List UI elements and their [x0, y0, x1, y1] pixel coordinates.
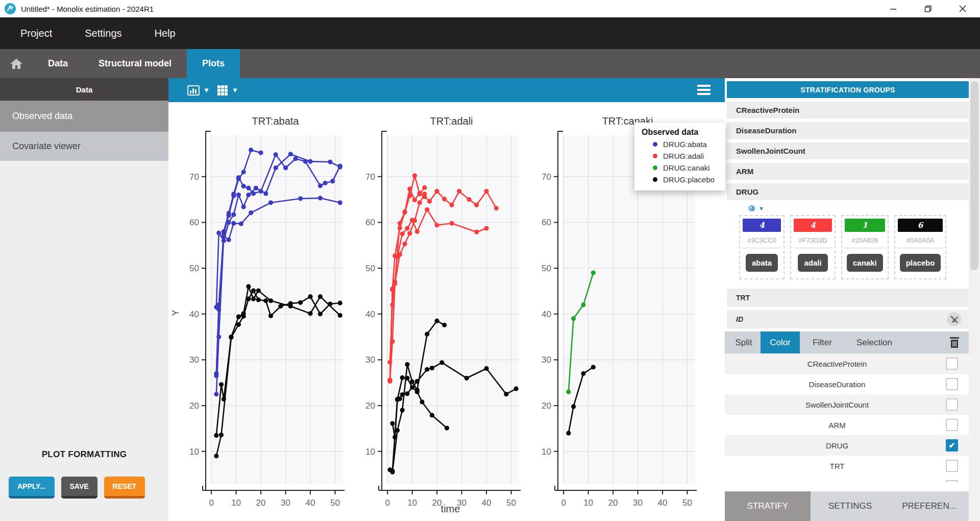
checkbox-row-diseaseduration[interactable]: DiseaseDuration — [725, 374, 969, 394]
stratify-checkbox-list: CReactiveProteinDiseaseDurationSwollenJo… — [725, 353, 969, 483]
group-row-id[interactable]: ID — [727, 310, 969, 328]
mode-tab-color[interactable]: Color — [761, 331, 800, 353]
stratification-groups: CReactiveProteinDiseaseDurationSwollenJo… — [725, 102, 969, 200]
checkbox-partial[interactable] — [946, 480, 958, 483]
checkbox-row-drug[interactable]: DRUG✔ — [725, 435, 969, 456]
plot-menu-icon[interactable] — [697, 85, 710, 95]
drug-category-card-adali: 4#F73D3Dadali — [790, 215, 836, 279]
svg-text:60: 60 — [189, 218, 199, 227]
legend-items: DRUG:abataDRUG:adaliDRUG:canakiDRUG:plac… — [642, 140, 725, 184]
home-tab[interactable] — [0, 49, 33, 78]
drug-category-card-placebo: 6#0A0A0Aplacebo — [894, 215, 947, 279]
chevron-down-icon: ▼ — [203, 86, 210, 94]
stratification-panel: STRATIFICATION GROUPS CReactiveProteinDi… — [725, 78, 969, 521]
group-row-drug[interactable]: DRUG — [727, 183, 969, 200]
mode-tab-selection[interactable]: Selection — [845, 331, 904, 353]
tab-data[interactable]: Data — [33, 49, 83, 78]
svg-text:70: 70 — [189, 172, 199, 182]
reset-button[interactable]: RESET — [104, 477, 145, 499]
subplot-title: TRT:adali — [430, 115, 473, 127]
plot-formatting-title: PLOT FORMATTING — [0, 449, 168, 460]
apply-button[interactable]: APPLY... — [9, 477, 55, 499]
category-color-swatch[interactable]: 4 — [743, 219, 781, 232]
legend-item-drug-placebo: DRUG:placebo — [642, 175, 725, 184]
chart-type-selector[interactable]: ▼ — [187, 85, 210, 96]
category-color-swatch[interactable]: 4 — [794, 219, 832, 232]
tab-structural-model[interactable]: Structural model — [83, 49, 187, 78]
svg-text:10: 10 — [189, 447, 199, 457]
chevron-down-icon: ▼ — [758, 205, 764, 211]
vertical-scrollbar[interactable] — [969, 78, 980, 521]
checkbox-row-arm[interactable]: ARM — [725, 415, 969, 435]
group-row-arm[interactable]: ARM — [727, 163, 969, 180]
subplot-title: TRT:abata — [252, 115, 300, 127]
svg-text:10: 10 — [407, 498, 417, 508]
trash-icon[interactable] — [949, 337, 960, 348]
menu-bar: ProjectSettingsHelp — [0, 17, 980, 49]
main-tab-bar: DataStructural modelPlots — [0, 49, 980, 78]
monolix-logo-icon — [4, 3, 16, 15]
save-button[interactable]: SAVE — [61, 477, 97, 499]
legend-item-drug-abata: DRUG:abata — [642, 140, 725, 149]
svg-text:50: 50 — [682, 498, 692, 508]
svg-text:20: 20 — [608, 498, 618, 508]
checkbox-creactiveprotein[interactable] — [946, 358, 958, 370]
category-button-canaki[interactable]: canaki — [847, 254, 883, 272]
svg-text:20: 20 — [189, 401, 199, 411]
checkbox-row-trt[interactable]: TRT — [725, 456, 969, 476]
category-button-placebo[interactable]: placebo — [900, 254, 941, 272]
group-row-trt[interactable]: TRT — [727, 289, 969, 307]
category-button-adali[interactable]: adali — [798, 254, 827, 272]
checkbox-row-creactiveprotein[interactable]: CReactiveProtein — [725, 353, 969, 374]
left-panel: Data Observed dataCovariate viewer PLOT … — [0, 78, 168, 521]
category-hex-code: #0A0A0A — [898, 232, 943, 248]
window-controls — [876, 0, 980, 17]
checkbox-drug[interactable]: ✔ — [946, 439, 958, 452]
tab-plots[interactable]: Plots — [187, 49, 240, 78]
checkbox-diseaseduration[interactable] — [946, 378, 958, 390]
checkbox-swollenjointcount[interactable] — [946, 398, 958, 411]
chevron-down-icon: ▼ — [232, 86, 238, 94]
mode-tab-split[interactable]: Split — [727, 331, 761, 353]
checkbox-trt[interactable] — [946, 460, 958, 472]
category-color-swatch[interactable]: 1 — [845, 219, 885, 232]
title-bar: Untitled* - Monolix estimation - 2024R1 — [0, 0, 980, 17]
settings-button[interactable]: SETTINGS — [811, 491, 890, 521]
layout-grid-selector[interactable]: ▼ — [217, 85, 238, 96]
group-row-creactiveprotein[interactable]: CReactiveProtein — [727, 102, 969, 119]
svg-text:50: 50 — [542, 264, 551, 273]
palette-selector[interactable]: ▼ — [748, 205, 969, 212]
charts-area: 1020304050607001020304050TRT:abataY10203… — [168, 107, 697, 516]
no-edit-icon[interactable] — [946, 312, 962, 327]
svg-text:40: 40 — [306, 498, 315, 508]
close-button[interactable] — [945, 0, 980, 17]
legend-label: DRUG:abata — [663, 140, 707, 149]
minimize-button[interactable] — [876, 0, 911, 17]
mode-tab-filter[interactable]: Filter — [800, 331, 845, 353]
sidebar-item-observed-data[interactable]: Observed data — [0, 101, 168, 132]
svg-text:70: 70 — [365, 172, 375, 182]
legend-dot — [653, 154, 657, 158]
svg-text:10: 10 — [583, 498, 593, 508]
svg-text:40: 40 — [542, 310, 551, 319]
menu-settings[interactable]: Settings — [85, 28, 121, 39]
svg-text:0: 0 — [385, 498, 389, 508]
group-row-swollenjointcount[interactable]: SwollenJointCount — [727, 143, 969, 159]
group-row-diseaseduration[interactable]: DiseaseDuration — [727, 122, 969, 139]
sidebar-item-covariate-viewer[interactable]: Covariate viewer — [0, 132, 168, 161]
menu-help[interactable]: Help — [155, 28, 176, 39]
checkbox-label: TRT — [725, 456, 949, 476]
category-button-abata[interactable]: abata — [746, 254, 778, 272]
checkbox-row-swollenjointcount[interactable]: SwollenJointCount — [725, 394, 969, 415]
scrollbar-thumb[interactable] — [970, 81, 978, 270]
stratify-button[interactable]: STRATIFY — [725, 491, 811, 521]
checkbox-label: SwollenJointCount — [725, 394, 949, 415]
menu-project[interactable]: Project — [20, 28, 52, 39]
checkbox-arm[interactable] — [946, 419, 958, 431]
svg-text:10: 10 — [231, 498, 241, 508]
preferen-button[interactable]: PREFEREN... — [890, 491, 969, 521]
restore-button[interactable] — [911, 0, 945, 17]
svg-text:50: 50 — [506, 498, 516, 508]
y-axis-label: Y — [170, 310, 181, 316]
category-color-swatch[interactable]: 6 — [898, 219, 943, 232]
